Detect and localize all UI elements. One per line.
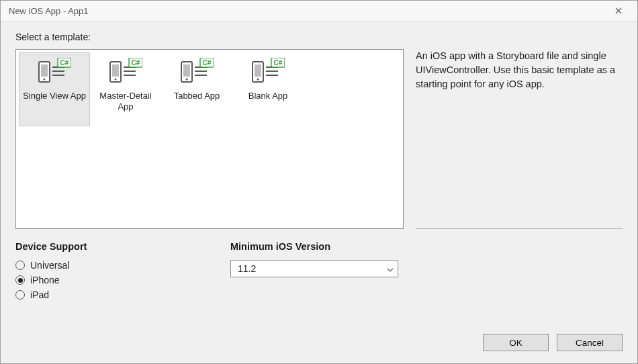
svg-point-2 [44,79,46,81]
mid-row: C# Single View App C# Master-Detail App … [15,49,623,229]
close-icon [615,6,622,16]
close-button[interactable] [605,1,632,21]
min-ios-group: Minimum iOS Version 11.2 [230,241,418,304]
min-ios-select[interactable]: 11.2 [230,260,398,277]
template-icon: C# [250,57,285,87]
device-support-heading: Device Support [15,241,230,252]
svg-text:C#: C# [60,59,69,66]
device-radio[interactable]: Universal [15,260,230,271]
template-item[interactable]: C# Master-Detail App [90,52,161,126]
chevron-down-icon [387,263,394,274]
svg-text:C#: C# [274,59,283,66]
template-icon: C# [179,57,214,87]
dialog-body: Select a template: C# Single View App C#… [1,22,637,363]
svg-rect-17 [183,64,190,77]
template-label: Blank App [246,91,291,101]
description-separator [416,228,623,229]
template-icon: C# [108,57,143,87]
svg-point-10 [115,79,117,81]
template-label: Tabbed App [171,91,223,101]
template-item[interactable]: C# Blank App [232,52,304,126]
min-ios-value: 11.2 [238,263,256,274]
device-radio-label: iPhone [30,275,60,285]
description-column: An iOS app with a Storyboard file and si… [416,49,623,229]
svg-rect-1 [41,64,48,77]
svg-rect-9 [112,64,119,77]
template-item[interactable]: C# Single View App [19,52,90,126]
radio-icon [15,290,25,300]
svg-rect-25 [255,64,261,77]
svg-point-18 [186,79,188,81]
template-description: An iOS app with a Storyboard file and si… [416,49,623,91]
template-list: C# Single View App C# Master-Detail App … [15,49,404,229]
dialog-window: New iOS App - App1 Select a template: C#… [0,0,638,364]
window-title: New iOS App - App1 [9,6,605,16]
device-radio-label: Universal [30,260,69,271]
template-icon: C# [37,57,72,87]
radio-icon [15,261,25,270]
template-label: Master-Detail App [91,91,161,113]
dialog-footer: OK Cancel [15,334,623,351]
svg-text:C#: C# [203,59,212,66]
min-ios-heading: Minimum iOS Version [230,241,418,252]
radio-icon [15,275,25,285]
device-radio[interactable]: iPad [15,289,230,300]
ok-button-label: OK [509,338,522,348]
template-item[interactable]: C# Tabbed App [161,52,232,126]
svg-point-26 [257,79,259,81]
device-support-group: Device Support Universal iPhone iPad [15,241,230,304]
device-radio-label: iPad [30,289,49,300]
options-row: Device Support Universal iPhone iPad Min… [15,241,623,304]
svg-text:C#: C# [132,59,140,66]
cancel-button[interactable]: Cancel [557,334,623,351]
ok-button[interactable]: OK [483,334,549,351]
prompt-label: Select a template: [15,32,623,42]
cancel-button-label: Cancel [576,338,604,348]
titlebar: New iOS App - App1 [1,1,637,22]
template-label: Single View App [20,91,89,101]
device-radio[interactable]: iPhone [15,275,230,285]
